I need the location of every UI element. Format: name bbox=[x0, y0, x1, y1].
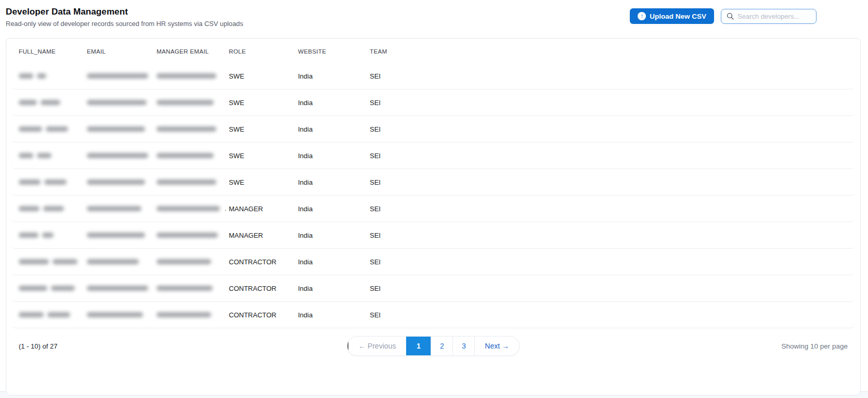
column-header-role: ROLE bbox=[229, 48, 298, 55]
manager-email-cell-redacted bbox=[157, 179, 229, 185]
redacted-text bbox=[157, 126, 216, 132]
redacted-text bbox=[157, 73, 216, 79]
manager-email-cell-redacted bbox=[157, 126, 229, 132]
redacted-text bbox=[37, 73, 46, 79]
search-input[interactable] bbox=[737, 12, 811, 20]
page-button-2[interactable]: 2 bbox=[431, 337, 452, 355]
column-header-team: TEAM bbox=[370, 48, 855, 55]
website-cell: India bbox=[298, 178, 370, 186]
redacted-text bbox=[46, 126, 68, 132]
full-name-cell-redacted bbox=[19, 286, 87, 291]
role-cell: SWE bbox=[229, 99, 298, 107]
redacted-text bbox=[87, 259, 139, 264]
redacted-text bbox=[37, 153, 51, 158]
manager-email-cell-redacted bbox=[157, 73, 229, 79]
role-cell: MANAGER bbox=[229, 205, 298, 213]
team-cell: SEI bbox=[370, 125, 855, 133]
table-row: CONTRACTORIndiaSEI bbox=[11, 275, 855, 302]
email-cell-redacted bbox=[87, 206, 157, 211]
table-row: .MANAGERIndiaSEI bbox=[11, 196, 855, 222]
pagination: ← Previous123Next → bbox=[347, 336, 520, 356]
email-cell-redacted bbox=[87, 73, 157, 79]
redacted-text bbox=[87, 312, 143, 317]
redacted-text bbox=[87, 126, 145, 132]
page-button-1[interactable]: 1 bbox=[406, 337, 431, 355]
redacted-text bbox=[87, 179, 145, 185]
website-cell: India bbox=[298, 152, 370, 160]
manager-email-cell-redacted bbox=[157, 259, 229, 264]
redacted-text bbox=[19, 259, 49, 264]
redacted-text bbox=[87, 100, 147, 105]
email-cell-redacted bbox=[87, 179, 157, 185]
column-header-manager-email: MANAGER EMAIL bbox=[157, 48, 229, 55]
manager-email-cell-redacted bbox=[157, 100, 229, 105]
role-cell: CONTRACTOR bbox=[229, 258, 298, 266]
redacted-text bbox=[157, 100, 214, 105]
full-name-cell-redacted bbox=[19, 100, 87, 105]
team-cell: SEI bbox=[370, 258, 855, 266]
role-cell: MANAGER bbox=[229, 232, 298, 239]
website-cell: India bbox=[298, 205, 370, 213]
redacted-text bbox=[87, 206, 141, 211]
manager-email-cell-redacted bbox=[157, 153, 229, 158]
website-cell: India bbox=[298, 311, 370, 319]
upload-button-label: Upload New CSV bbox=[650, 12, 706, 20]
redacted-text bbox=[53, 259, 77, 264]
previous-page-button[interactable]: ← Previous bbox=[347, 337, 406, 355]
redacted-text bbox=[47, 312, 70, 317]
website-cell: India bbox=[298, 232, 370, 239]
redacted-text bbox=[157, 312, 211, 317]
team-cell: SEI bbox=[370, 285, 855, 292]
website-cell: India bbox=[298, 258, 370, 266]
table-row: SWEIndiaSEI bbox=[11, 143, 855, 169]
search-box[interactable] bbox=[721, 9, 817, 24]
email-cell-redacted bbox=[87, 312, 157, 317]
redacted-text bbox=[19, 126, 42, 132]
email-cell-redacted bbox=[87, 259, 157, 264]
redacted-text bbox=[19, 153, 33, 158]
developer-table-card: FULL_NAMEEMAILMANAGER EMAILROLEWEBSITETE… bbox=[6, 38, 861, 395]
email-cell-redacted bbox=[87, 126, 157, 132]
redacted-text bbox=[43, 206, 64, 211]
column-header-email: EMAIL bbox=[87, 48, 157, 55]
website-cell: India bbox=[298, 99, 370, 107]
redacted-text bbox=[87, 233, 145, 238]
page-heading: Developer Data Management Read-only view… bbox=[6, 7, 243, 28]
team-cell: SEI bbox=[370, 311, 855, 319]
redacted-text bbox=[42, 233, 54, 238]
full-name-cell-redacted bbox=[19, 126, 87, 132]
redacted-text bbox=[19, 179, 41, 185]
role-cell: SWE bbox=[229, 178, 298, 186]
full-name-cell-redacted bbox=[19, 259, 87, 264]
redacted-text bbox=[157, 233, 218, 238]
redacted-text bbox=[19, 206, 40, 211]
redacted-text bbox=[19, 233, 38, 238]
team-cell: SEI bbox=[370, 99, 855, 107]
search-icon bbox=[727, 12, 734, 20]
redacted-text bbox=[41, 100, 60, 105]
manager-email-cell-redacted bbox=[157, 312, 229, 317]
arrow-up-circle-icon: ↑ bbox=[638, 12, 646, 20]
redacted-text bbox=[157, 206, 220, 211]
table-row: MANAGERIndiaSEI bbox=[11, 222, 855, 249]
redacted-text bbox=[87, 153, 148, 158]
role-cell: SWE bbox=[229, 125, 298, 133]
redacted-text bbox=[19, 286, 47, 291]
role-cell: SWE bbox=[229, 152, 298, 160]
role-cell: CONTRACTOR bbox=[229, 311, 298, 319]
upload-new-csv-button[interactable]: ↑ Upload New CSV bbox=[630, 8, 714, 24]
page-button-3[interactable]: 3 bbox=[452, 337, 474, 355]
team-cell: SEI bbox=[370, 72, 855, 80]
column-header-website: WEBSITE bbox=[298, 48, 370, 55]
redacted-text bbox=[51, 286, 75, 291]
next-page-button[interactable]: Next → bbox=[474, 337, 519, 355]
range-label: (1 - 10) of 27 bbox=[19, 342, 347, 350]
redacted-text bbox=[157, 259, 211, 264]
column-header-full-name: FULL_NAME bbox=[19, 48, 87, 55]
website-cell: India bbox=[298, 72, 370, 80]
full-name-cell-redacted bbox=[19, 153, 87, 158]
website-cell: India bbox=[298, 285, 370, 292]
email-cell-redacted bbox=[87, 286, 157, 291]
manager-email-cell-redacted bbox=[157, 233, 229, 238]
email-cell-redacted bbox=[87, 233, 157, 238]
